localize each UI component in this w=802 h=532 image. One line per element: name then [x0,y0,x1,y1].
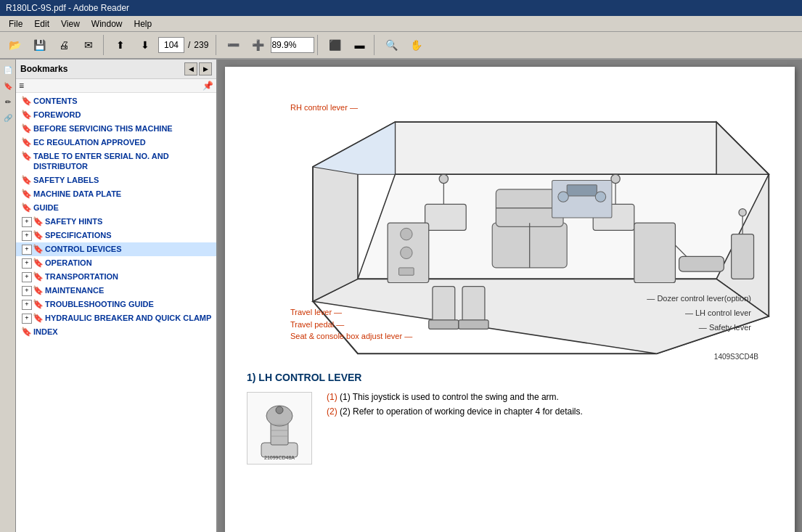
svg-rect-18 [732,234,754,279]
separator-4 [374,35,377,55]
bm-operation-label: OPERATION [45,258,92,268]
expand-button[interactable]: ▶ [199,62,212,75]
expand-icon-hydraulic[interactable]: + [22,314,32,324]
main-layout: 📄 🔖 ✏ 🔗 Bookmarks ◀ ▶ ≡ 📌 🔖 CONTENTS 🔖 [0,60,802,532]
zoom-out-button[interactable]: ➖ [221,34,245,56]
open-button[interactable]: 📂 [3,34,26,56]
content-paras: (1) (1) This joystick is used to control… [327,392,773,421]
bm-troubleshooting[interactable]: + 🔖 TROUBLESHOOTING GUIDE [16,298,216,311]
joystick-image: 21099CD48A [247,392,312,465]
select-tool-button[interactable]: 🔍 [380,34,403,56]
bm-index[interactable]: 🔖 INDEX [16,325,216,339]
bm-safety-hints[interactable]: + 🔖 SAFETY HINTS [16,215,216,229]
bm-page-icon-15: 🔖 [33,300,42,310]
print-button[interactable]: 🖨 [52,34,75,56]
bm-control-devices[interactable]: + 🔖 CONTROL DEVICES [16,242,216,256]
bm-control-devices-label: CONTROL DEVICES [45,244,122,254]
total-pages: 239 [194,40,208,50]
menu-window[interactable]: Window [86,17,128,30]
bm-before-servicing[interactable]: 🔖 BEFORE SERVICING THIS MACHINE [16,122,216,136]
bm-page-icon-14: 🔖 [33,286,42,296]
para-1: (1) (1) This joystick is used to control… [327,392,773,402]
expand-icon-trouble[interactable]: + [22,300,32,310]
bm-page-icon-9: 🔖 [33,217,42,227]
bm-safety-labels-label: SAFETY LABELS [33,175,99,185]
email-button[interactable]: ✉ [77,34,100,56]
expand-icon-op[interactable]: + [22,258,32,269]
bm-machine-data[interactable]: 🔖 MACHINE DATA PLATE [16,187,216,201]
bm-operation[interactable]: + 🔖 OPERATION [16,256,216,270]
menu-file[interactable]: File [3,17,28,30]
zoom-in-button[interactable]: ➕ [246,34,269,56]
separator-2 [216,35,218,55]
panel-icon-2[interactable]: 🔖 [1,78,15,93]
prev-page-button[interactable]: ⬆ [109,34,132,56]
bm-table-serial-label: TABLE TO ENTER SERIAL NO. AND DISTRIBUTO… [33,151,213,172]
bm-before-servicing-label: BEFORE SERVICING THIS MACHINE [33,123,173,134]
bookmarks-menu-icon[interactable]: ≡ [19,81,24,91]
svg-rect-15 [634,223,676,282]
bm-foreword[interactable]: 🔖 FOREWORD [16,108,216,122]
toolbar: 📂 💾 🖨 ✉ ⬆ ⬇ 104 / 239 ➖ ➕ 89.9% ⬛ ▬ 🔍 ✋ [0,32,802,60]
bm-machine-data-label: MACHINE DATA PLATE [33,189,121,199]
svg-rect-11 [462,287,485,324]
fit-page-button[interactable]: ⬛ [323,34,346,56]
content-columns: 21099CD48A (1) (1) This joystick is used… [247,392,773,465]
bm-hydraulic-label: HYDRAULIC BREAKER AND QUICK CLAMP [45,313,211,323]
bm-transportation[interactable]: + 🔖 TRANSPORTATION [16,270,216,284]
next-page-button[interactable]: ⬇ [134,34,157,56]
bm-transportation-label: TRANSPORTATION [45,271,118,282]
bm-troubleshooting-label: TROUBLESHOOTING GUIDE [45,299,154,309]
collapse-button[interactable]: ◀ [184,62,197,75]
bookmarks-toolbar: ≡ 📌 [16,79,216,93]
bm-page-icon-2: 🔖 [22,110,30,120]
expand-icon-maint[interactable]: + [22,286,32,296]
bm-foreword-label: FOREWORD [33,110,81,120]
bm-page-icon: 🔖 [22,97,30,107]
sidebar: Bookmarks ◀ ▶ ≡ 📌 🔖 CONTENTS 🔖 FOREWORD [16,60,218,532]
page-separator: / [188,40,190,50]
page-input[interactable]: 104 [158,37,184,53]
svg-text:21099CD48A: 21099CD48A [264,455,295,460]
save-button[interactable]: 💾 [28,34,51,56]
panel-icon-4[interactable]: 🔗 [1,110,15,125]
bm-page-icon-6: 🔖 [22,176,30,186]
svg-rect-10 [433,287,455,324]
bm-contents[interactable]: 🔖 CONTENTS [16,94,216,108]
bookmarks-controls: ◀ ▶ [184,62,212,75]
menu-help[interactable]: Help [128,17,158,30]
bookmarks-add-icon[interactable]: 📌 [202,81,213,91]
bookmarks-list: 🔖 CONTENTS 🔖 FOREWORD 🔖 BEFORE SERVICING… [16,93,216,532]
bm-page-icon-17: 🔖 [22,327,30,337]
separator-1 [103,35,106,55]
bm-table-serial[interactable]: 🔖 TABLE TO ENTER SERIAL NO. AND DISTRIBU… [16,150,216,173]
bm-guide[interactable]: 🔖 GUIDE [16,201,216,215]
bm-safety-labels[interactable]: 🔖 SAFETY LABELS [16,173,216,187]
bm-page-icon-4: 🔖 [22,138,30,148]
svg-point-25 [401,228,412,240]
expand-icon-trans[interactable]: + [22,272,32,282]
bookmarks-title: Bookmarks [20,64,67,74]
para-2-text: (2) Refer to operation of working device… [340,406,583,417]
svg-point-24 [595,192,605,202]
svg-point-6 [439,174,448,183]
hand-tool-button[interactable]: ✋ [404,34,427,56]
title-bar: R180LC-9S.pdf - Adobe Reader [0,0,802,16]
fit-width-button[interactable]: ▬ [348,34,371,56]
menu-view[interactable]: View [55,17,86,30]
expand-icon-control[interactable]: + [22,245,32,255]
bm-specifications[interactable]: + 🔖 SPECIFICATIONS [16,229,216,242]
expand-icon-spec[interactable]: + [22,231,32,241]
zoom-input[interactable]: 89.9% [271,37,314,53]
bm-maintenance-label: MAINTENANCE [45,285,104,295]
bm-page-icon-12: 🔖 [33,258,42,269]
panel-icon-1[interactable]: 📄 [1,62,15,77]
bm-index-label: INDEX [33,327,58,337]
menu-edit[interactable]: Edit [28,17,55,30]
expand-icon-safety[interactable]: + [22,217,32,227]
bm-ec-regulation[interactable]: 🔖 EC REGULATION APPROVED [16,136,216,150]
svg-point-23 [558,192,568,202]
bm-hydraulic[interactable]: + 🔖 HYDRAULIC BREAKER AND QUICK CLAMP [16,311,216,325]
panel-icon-3[interactable]: ✏ [1,94,15,109]
bm-maintenance[interactable]: + 🔖 MAINTENANCE [16,284,216,298]
